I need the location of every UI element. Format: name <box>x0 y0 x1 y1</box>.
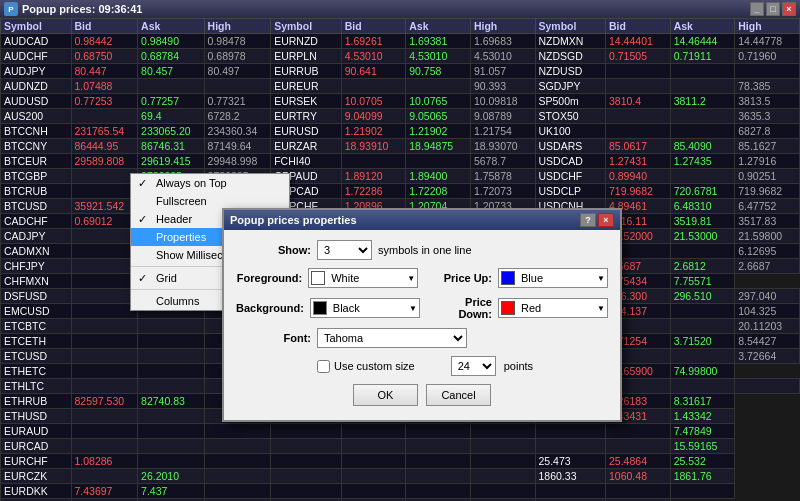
table-cell: SP500m <box>535 94 606 109</box>
table-cell: CADMXN <box>1 244 72 259</box>
table-cell: 1.27916 <box>735 154 800 169</box>
fg-color-text: White <box>331 272 359 284</box>
dialog-font-select[interactable]: Tahoma <box>317 328 467 348</box>
dialog-cancel-button[interactable]: Cancel <box>426 384 491 406</box>
table-cell: STOX50 <box>535 109 606 124</box>
table-cell <box>341 154 406 169</box>
pricedown-color-swatch <box>501 301 515 315</box>
table-cell <box>71 109 138 124</box>
table-cell: DSFUSD <box>1 289 72 304</box>
table-cell: EURAUD <box>1 424 72 439</box>
menu-item-always-on-top[interactable]: Always on Top <box>131 174 289 192</box>
table-cell: 233065.20 <box>138 124 205 139</box>
col-header-high2: High <box>470 19 535 34</box>
table-cell <box>670 244 735 259</box>
table-cell: 1.07488 <box>71 79 138 94</box>
dialog-show-select[interactable]: 3 <box>317 240 372 260</box>
close-button[interactable]: × <box>782 2 796 16</box>
minimize-button[interactable]: _ <box>750 2 764 16</box>
bg-color-text: Black <box>333 302 360 314</box>
table-cell <box>406 469 471 484</box>
table-cell: 6.12695 <box>735 244 800 259</box>
table-cell: ETCETH <box>1 334 72 349</box>
dialog-customsize-label: Use custom size <box>334 360 415 372</box>
table-cell: 1.21754 <box>470 124 535 139</box>
table-cell: 8.31617 <box>670 394 735 409</box>
table-cell: AUDCAD <box>1 34 72 49</box>
dialog-pricedown-select[interactable]: Red ▼ <box>498 298 608 318</box>
table-cell: 7.47849 <box>670 424 735 439</box>
table-cell: 6.47752 <box>735 199 800 214</box>
table-cell: 7.43697 <box>71 484 138 499</box>
table-cell <box>71 319 138 334</box>
table-cell <box>670 109 735 124</box>
table-cell: 0.71505 <box>606 49 671 64</box>
table-cell: 3635.3 <box>735 109 800 124</box>
table-cell <box>138 334 205 349</box>
table-cell <box>341 439 406 454</box>
table-row: AUDCHF0.687500.687840.68978EURPLN4.53010… <box>1 49 800 64</box>
table-cell <box>138 454 205 469</box>
table-cell: 6728.2 <box>204 109 271 124</box>
table-cell <box>138 349 205 364</box>
table-cell: 1.72073 <box>470 184 535 199</box>
table-cell: BTCCNH <box>1 124 72 139</box>
table-cell <box>204 79 271 94</box>
table-cell <box>71 289 138 304</box>
dialog-size-select[interactable]: 24 <box>451 356 496 376</box>
table-cell: BTCGBP <box>1 169 72 184</box>
table-cell: EURTRY <box>271 109 342 124</box>
table-cell: 90.393 <box>470 79 535 94</box>
table-header-row: Symbol Bid Ask High Symbol Bid Ask High … <box>1 19 800 34</box>
table-cell: 25.473 <box>535 454 606 469</box>
table-cell: 1.43342 <box>670 409 735 424</box>
table-cell: 0.98478 <box>204 34 271 49</box>
dialog-customsize-checkbox[interactable] <box>317 360 330 373</box>
dialog-help-button[interactable]: ? <box>580 213 596 227</box>
table-cell: 104.325 <box>735 304 800 319</box>
table-row: AUDJPY80.44780.45780.497EURRUB90.64190.7… <box>1 64 800 79</box>
table-cell: EURPLN <box>271 49 342 64</box>
dialog-ok-button[interactable]: OK <box>353 384 418 406</box>
table-cell <box>606 424 671 439</box>
col-header-symbol3: Symbol <box>535 19 606 34</box>
table-cell: UK100 <box>535 124 606 139</box>
bg-dropdown-arrow: ▼ <box>409 304 417 313</box>
table-cell <box>735 379 800 394</box>
fg-dropdown-arrow: ▼ <box>407 274 415 283</box>
table-cell <box>138 424 205 439</box>
dialog-close-button[interactable]: × <box>598 213 614 227</box>
table-cell: ETCBTC <box>1 319 72 334</box>
table-cell: 21.59800 <box>735 229 800 244</box>
table-cell <box>138 319 205 334</box>
maximize-button[interactable]: □ <box>766 2 780 16</box>
table-cell <box>406 454 471 469</box>
table-cell <box>138 79 205 94</box>
table-row: EURDKK7.436977.437 <box>1 484 800 499</box>
dialog-priceup-select[interactable]: Blue ▼ <box>498 268 608 288</box>
dialog-bg-select[interactable]: Black ▼ <box>310 298 420 318</box>
table-cell: 25.4864 <box>606 454 671 469</box>
table-cell <box>670 484 735 499</box>
table-row: AUDCAD0.984420.984900.98478EURNZD1.69261… <box>1 34 800 49</box>
col-header-symbol2: Symbol <box>271 19 342 34</box>
pricedown-color-text: Red <box>521 302 541 314</box>
table-cell: 1.89120 <box>341 169 406 184</box>
table-cell <box>271 469 342 484</box>
table-cell: CHFJPY <box>1 259 72 274</box>
table-cell <box>71 184 138 199</box>
table-cell <box>670 124 735 139</box>
dialog-font-label: Font: <box>236 332 311 344</box>
table-row: BTCCNY86444.9586746.3187149.64EURZAR18.9… <box>1 139 800 154</box>
table-cell <box>71 349 138 364</box>
dialog-fg-select[interactable]: White ▼ <box>308 268 418 288</box>
table-cell <box>204 424 271 439</box>
table-cell: 3813.5 <box>735 94 800 109</box>
table-cell: 0.77321 <box>204 94 271 109</box>
table-row: AUS20069.46728.2EURTRY9.040999.050659.08… <box>1 109 800 124</box>
dialog-content: Show: 3 symbols in one line Foreground: … <box>224 230 620 420</box>
table-cell: 85.4090 <box>670 139 735 154</box>
table-cell: EURCHF <box>1 454 72 469</box>
table-cell: 1.27431 <box>606 154 671 169</box>
table-cell: 91.057 <box>470 64 535 79</box>
